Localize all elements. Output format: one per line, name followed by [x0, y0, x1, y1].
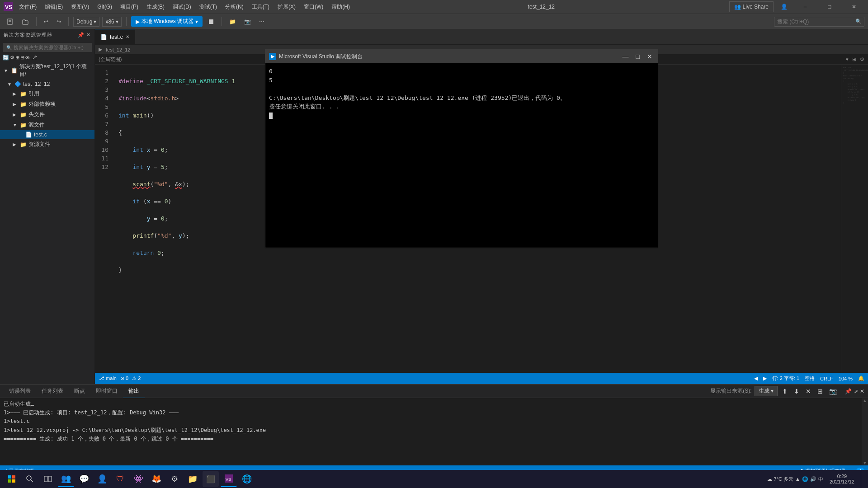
undo-btn[interactable]: ↩ [41, 17, 51, 26]
platform-dropdown[interactable]: x86 ▾ [102, 17, 121, 27]
menu-test[interactable]: 测试(T) [196, 1, 221, 13]
nav-prev[interactable]: ◀ [754, 375, 758, 381]
show-all-icon[interactable]: 👁 [25, 55, 30, 61]
new-project-btn[interactable] [4, 17, 16, 27]
tab-tasks[interactable]: 任务列表 [36, 385, 69, 398]
tray-ime[interactable]: 中 [818, 476, 823, 483]
taskbar-person[interactable]: 👤 [94, 471, 110, 487]
output-btn-5[interactable]: 📷 [827, 388, 839, 395]
start-menu-btn[interactable] [4, 471, 20, 487]
collapse-icon[interactable]: ⊟ [20, 55, 24, 61]
menu-file[interactable]: 文件(F) [15, 1, 40, 13]
tab-errors[interactable]: 错误列表 [4, 385, 36, 398]
output-btn-2[interactable]: ⬇ [792, 388, 801, 395]
output-scrollbar[interactable]: ▲ ▼ [862, 398, 868, 465]
menu-extensions[interactable]: 扩展(X) [274, 1, 299, 13]
output-btn-1[interactable]: ⬆ [780, 388, 789, 395]
tray-volume[interactable]: 🔊 [810, 476, 816, 482]
panel-pin-icon[interactable]: 📌 [845, 388, 852, 394]
line-num-3: 3 [99, 85, 108, 94]
sidebar-search-input[interactable] [14, 45, 88, 50]
close-sidebar-icon[interactable]: ✕ [86, 32, 91, 38]
debug-config-dropdown[interactable]: Debug ▾ [73, 17, 99, 27]
sidebar-item-solution[interactable]: ▼ 📋 解决方案'test_12_12'(1 个项目/ [0, 61, 94, 80]
output-source-value[interactable]: 生成 ▾ [755, 386, 778, 396]
breadcrumb-expand[interactable]: ⊞ [852, 56, 856, 62]
error-count[interactable]: ⊗ 0 [120, 375, 128, 381]
close-tab-icon[interactable]: ✕ [126, 34, 129, 39]
menu-window[interactable]: 窗口(W) [300, 1, 327, 13]
menu-help[interactable]: 帮助(H) [328, 1, 354, 13]
minimize-button[interactable]: – [795, 0, 816, 14]
system-clock[interactable]: 0:29 2021/12/12 [826, 474, 858, 484]
close-button[interactable]: ✕ [844, 0, 864, 14]
live-share-button[interactable]: 👥 Live Share [729, 1, 774, 12]
console-minimize-btn[interactable]: — [621, 53, 631, 60]
panel-expand-icon[interactable]: ⇗ [854, 388, 858, 394]
tab-output[interactable]: 输出 [123, 385, 145, 398]
menu-project[interactable]: 项目(P) [117, 1, 142, 13]
taskbar-vs[interactable]: VS [221, 471, 237, 487]
warning-count[interactable]: ⚠ 2 [132, 375, 141, 381]
notification-bell[interactable]: 🔔 [858, 375, 864, 381]
taskbar-firefox[interactable]: 🦊 [148, 471, 165, 487]
output-btn-4[interactable]: ⊞ [816, 388, 825, 395]
breadcrumb-settings[interactable]: ⚙ [860, 56, 864, 62]
nav-next[interactable]: ▶ [763, 375, 767, 381]
menu-git[interactable]: Git(G) [94, 2, 116, 12]
taskbar-terminal[interactable]: ⬛ [203, 471, 219, 487]
breadcrumb-dropdown[interactable]: ▾ [846, 56, 849, 62]
taskbar-app1[interactable]: 🛡 [112, 471, 128, 487]
taskbar-explorer[interactable]: 👥 [58, 471, 74, 487]
maximize-button[interactable]: □ [819, 0, 840, 14]
folder-btn[interactable]: 📁 [226, 17, 239, 26]
sidebar-item-references[interactable]: ▶ 📁 引用 [0, 89, 94, 99]
sidebar-item-project[interactable]: ▼ 🔷 test_12_12 [0, 80, 94, 89]
sidebar-item-source[interactable]: ▼ 📁 源文件 [0, 120, 94, 130]
task-view-btn[interactable] [40, 471, 56, 487]
menu-edit[interactable]: 编辑(E) [41, 1, 66, 13]
scroll-down-icon[interactable]: ▼ [863, 460, 867, 465]
taskbar-settings[interactable]: ⚙ [166, 471, 183, 487]
sidebar-item-testc[interactable]: 📄 test.c [0, 130, 94, 139]
show-desktop-btn[interactable] [861, 470, 864, 488]
scroll-up-icon[interactable]: ▲ [863, 398, 867, 403]
tab-breakpoints[interactable]: 断点 [69, 385, 90, 398]
taskbar-edge[interactable]: 🌐 [239, 471, 255, 487]
output-btn-3[interactable]: ✕ [804, 388, 813, 395]
taskbar-folder[interactable]: 📁 [184, 471, 201, 487]
account-icon[interactable]: 👤 [777, 4, 791, 10]
menu-tools[interactable]: 工具(T) [248, 1, 273, 13]
taskbar-app2[interactable]: 👾 [130, 471, 146, 487]
menu-analyze[interactable]: 分析(N) [222, 1, 247, 13]
search-btn[interactable] [22, 471, 38, 487]
screenshot-btn[interactable]: 📷 [241, 17, 254, 26]
panel-close-icon[interactable]: ✕ [860, 388, 864, 394]
menu-debug[interactable]: 调试(D) [169, 1, 195, 13]
open-btn[interactable] [19, 17, 32, 27]
tab-testc[interactable]: 📄 test.c ✕ [95, 29, 135, 44]
tray-network[interactable]: 🌐 [802, 476, 808, 482]
menu-build[interactable]: 生成(B) [143, 1, 168, 13]
more-btn[interactable]: ⋯ [256, 17, 267, 26]
tab-immediate[interactable]: 即时窗口 [90, 385, 123, 398]
sidebar-item-resources[interactable]: ▶ 📁 资源文件 [0, 139, 94, 150]
tray-arrow[interactable]: ▲ [795, 476, 800, 482]
stop-btn[interactable] [205, 17, 217, 26]
debug-console-body[interactable]: 0 5 C:\Users\tan\Desktop\刷题\test_12_12\D… [265, 63, 658, 248]
sync-icon[interactable]: 🔄 [3, 55, 9, 61]
git-icon[interactable]: ⎇ [31, 55, 37, 61]
console-maximize-btn[interactable]: □ [634, 53, 642, 60]
taskbar-wechat[interactable]: 💬 [76, 471, 92, 487]
console-close-btn[interactable]: ✕ [645, 53, 654, 60]
properties-icon[interactable]: ⚙ [10, 55, 14, 61]
run-debugger-btn[interactable]: ▶ 本地 Windows 调试器 ▾ [131, 16, 203, 27]
menu-view[interactable]: 视图(V) [67, 1, 93, 13]
sidebar-item-headers[interactable]: ▶ 📁 头文件 [0, 109, 94, 120]
expand-all-icon[interactable]: ⊞ [15, 55, 19, 61]
git-branch-icon[interactable]: ⎇ main [99, 375, 117, 381]
sidebar-item-external[interactable]: ▶ 📁 外部依赖项 [0, 99, 94, 109]
redo-btn[interactable]: ↪ [54, 17, 64, 26]
pin-icon[interactable]: 📌 [78, 32, 85, 38]
search-input[interactable] [774, 17, 864, 27]
